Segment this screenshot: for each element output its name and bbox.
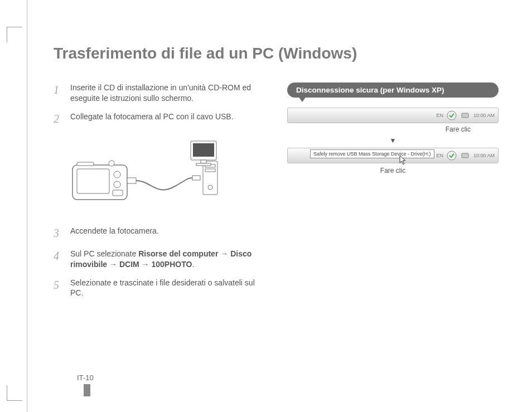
click-label-2: Fare clic <box>287 167 499 175</box>
arrow: → <box>107 260 119 269</box>
svg-rect-14 <box>193 143 214 157</box>
arrow: → <box>218 249 230 258</box>
margin-guide <box>27 0 27 412</box>
svg-rect-8 <box>192 176 200 180</box>
step-text: Selezionate e trascinate i file desidera… <box>70 278 265 299</box>
tray-clock: 10:00 AM <box>473 153 495 158</box>
svg-point-6 <box>109 161 114 166</box>
right-column: Disconnessione sicura (per Windows XP) E… <box>287 83 499 306</box>
taskbar-screenshot-2: Safely remove USB Mass Storage Device - … <box>287 148 499 175</box>
safely-remove-icon <box>447 110 457 120</box>
tray-language: EN <box>436 113 443 118</box>
crop-mark-bottom-left <box>7 385 22 401</box>
step4-prefix: Sul PC selezionate <box>70 249 138 258</box>
step-2: 2 Collegate la fotocamera al PC con il c… <box>54 112 265 127</box>
windows-taskbar: EN 10:00 AM <box>287 108 499 123</box>
safely-remove-icon <box>447 151 457 161</box>
svg-point-12 <box>208 185 212 190</box>
callout-box: Disconnessione sicura (per Windows XP) <box>287 83 499 98</box>
page-content: Trasferimento di file ad un PC (Windows)… <box>54 45 499 306</box>
step-3: 3 Accendete la fotocamera. <box>54 226 265 241</box>
safely-remove-tooltip: Safely remove USB Mass Storage Device - … <box>310 149 434 158</box>
step-number: 2 <box>54 112 62 127</box>
page-title: Trasferimento di file ad un PC (Windows) <box>54 45 499 62</box>
windows-taskbar: Safely remove USB Mass Storage Device - … <box>287 148 499 163</box>
flow-arrow-icon: ▼ <box>287 137 499 144</box>
svg-point-2 <box>114 171 120 178</box>
step-number: 3 <box>54 226 62 241</box>
svg-rect-1 <box>77 169 109 193</box>
step4-path4: 100PHOTO <box>151 260 192 269</box>
tray-device-icon <box>460 151 470 161</box>
step-text: Collegate la fotocamera al PC con il cav… <box>70 112 234 127</box>
svg-rect-11 <box>205 169 215 172</box>
step-4: 4 Sul PC selezionate Risorse del compute… <box>54 249 265 270</box>
step-number: 4 <box>54 249 62 270</box>
step4-suffix: . <box>192 260 194 269</box>
svg-rect-5 <box>77 162 94 166</box>
callout-title: Disconnessione sicura (per Windows XP) <box>287 83 499 98</box>
taskbar-screenshot-1: EN 10:00 AM Fare clic <box>287 108 499 133</box>
tray-clock: 10:00 AM <box>473 113 495 118</box>
crop-mark-top-left <box>7 27 22 42</box>
page-number: IT-10 <box>77 374 94 382</box>
click-label-1: Fare clic <box>287 125 499 133</box>
tray-device-icon <box>460 110 470 120</box>
step-text: Sul PC selezionate Risorse del computer … <box>70 249 265 270</box>
illustration-svg <box>67 134 229 212</box>
columns: 1 Inserite il CD di installazione in un'… <box>54 83 499 306</box>
svg-rect-16 <box>196 163 211 166</box>
camera-to-pc-illustration <box>67 134 229 212</box>
svg-rect-7 <box>127 178 136 183</box>
step-text: Inserite il CD di installazione in un'un… <box>70 83 265 104</box>
svg-rect-4 <box>113 190 123 196</box>
arrow: → <box>139 260 152 269</box>
step4-path3: DCIM <box>119 260 139 269</box>
page-tab-marker <box>84 384 90 396</box>
step-text: Accendete la fotocamera. <box>70 226 159 241</box>
svg-point-19 <box>447 151 456 160</box>
left-column: 1 Inserite il CD di installazione in un'… <box>54 83 265 306</box>
svg-rect-18 <box>462 113 468 118</box>
step-5: 5 Selezionate e trascinate i file deside… <box>54 278 265 299</box>
svg-rect-20 <box>462 153 468 158</box>
callout-tail-icon <box>298 96 306 102</box>
svg-point-17 <box>447 111 456 120</box>
step4-path1: Risorse del computer <box>138 249 218 258</box>
svg-rect-15 <box>201 160 206 163</box>
svg-point-3 <box>114 181 120 188</box>
cursor-icon <box>399 155 407 165</box>
tray-language: EN <box>436 153 443 158</box>
step-number: 1 <box>54 83 62 104</box>
step-number: 5 <box>54 278 62 299</box>
step-1: 1 Inserite il CD di installazione in un'… <box>54 83 265 104</box>
